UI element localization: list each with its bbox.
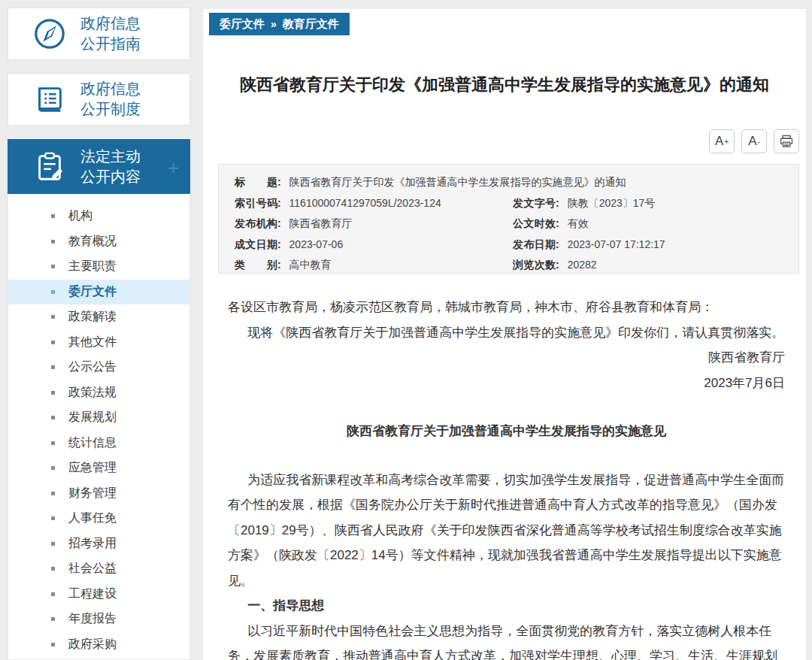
square-bullet-icon [51, 341, 55, 344]
sidebar-menu-item[interactable]: 主要职责 [8, 254, 189, 280]
meta-title-row: 标题: 陕西省教育厅关于印发《加强普通高中学生发展指导的实施意见》的通知 [219, 172, 798, 193]
square-bullet-icon [51, 592, 55, 596]
square-bullet-icon [51, 516, 55, 520]
square-bullet-icon [51, 391, 55, 395]
sidebar-block-label-line1: 法定主动 [80, 148, 141, 165]
expand-plus-icon: + [168, 156, 179, 180]
sidebar-menu-item[interactable]: 其他文件 [8, 330, 189, 356]
sidebar-menu-item-label: 主要职责 [68, 259, 117, 274]
meta-field-category: 类别: 高中教育 [219, 255, 497, 276]
meta-value-title: 陕西省教育厅关于印发《加强普通高中学生发展指导的实施意见》的通知 [289, 176, 626, 188]
salutation-paragraph: 各设区市教育局，杨凌示范区教育局，韩城市教育局，神木市、府谷县教育和体育局： [228, 295, 785, 320]
sidebar-menu-item-label: 发展规划 [68, 410, 117, 425]
section-1-heading: 一、指导思想 [228, 593, 785, 619]
document-metadata-box: 标题: 陕西省教育厅关于印发《加强普通高中学生发展指导的实施意见》的通知 索引号… [218, 164, 799, 274]
breadcrumb-separator: » [271, 18, 277, 30]
square-bullet-icon [51, 617, 55, 621]
sidebar-menu-item-label: 政策法规 [68, 385, 117, 401]
sidebar-block-label-line2: 公开内容 [80, 168, 141, 185]
sidebar-menu-item-label: 政策解读 [68, 309, 117, 325]
main-content-panel: 委厅文件 » 教育厅文件 陕西省教育厅关于印发《加强普通高中学生发展指导的实施意… [203, 9, 806, 660]
sidebar-block-gov-info-system[interactable]: 政府信息 公开制度 [8, 73, 190, 126]
sidebar-block-label-line2: 公开制度 [80, 101, 141, 117]
meta-field-written-date: 成文日期: 2023-07-06 [219, 235, 497, 256]
sidebar-block-label-line1: 政府信息 [80, 80, 141, 97]
sidebar-block-statutory-disclosure[interactable]: 法定主动 公开内容 + [8, 139, 190, 194]
compass-icon [32, 17, 67, 51]
sidebar-block-label-line1: 政府信息 [80, 15, 141, 32]
square-bullet-icon [51, 315, 55, 319]
meta-field-validity: 公文时效: 有效 [497, 213, 798, 235]
sidebar-menu-item[interactable]: 应急管理 [8, 456, 189, 481]
sidebar-menu-item[interactable]: 工程建设 [8, 582, 189, 607]
breadcrumb: 委厅文件 » 教育厅文件 [209, 13, 350, 35]
clipboard-pencil-icon [32, 150, 67, 184]
print-button[interactable] [774, 129, 799, 153]
page-title: 陕西省教育厅关于印发《加强普通高中学生发展指导的实施意见》的通知 [203, 74, 806, 96]
sidebar-menu-item-label: 委厅文件 [68, 284, 117, 300]
sidebar-menu-item[interactable]: 年度报告 [8, 607, 189, 632]
sidebar-menu-item[interactable]: 教育概况 [8, 229, 189, 255]
square-bullet-icon [51, 492, 55, 495]
sidebar-menu-item-label: 工程建设 [68, 586, 117, 602]
sidebar-menu-item[interactable]: 机构 [8, 204, 189, 229]
breadcrumb-section-link[interactable]: 委厅文件 [220, 17, 265, 32]
square-bullet-icon [51, 365, 55, 369]
sidebar-menu-item-active[interactable]: 委厅文件 [8, 280, 189, 305]
meta-field-publish-date: 发布日期: 2023-07-07 17:12:17 [497, 235, 798, 256]
meta-field-document-number: 发文字号: 陕教〔2023〕17号 [497, 193, 798, 214]
sign-date: 2023年7月6日 [228, 371, 785, 396]
square-bullet-icon [51, 240, 55, 244]
square-bullet-icon [51, 441, 55, 445]
sidebar-menu-item[interactable]: 政策解读 [8, 304, 189, 330]
square-bullet-icon [51, 265, 55, 268]
body-paragraph-1: 为适应我省新课程改革和高考综合改革需要，切实加强学生发展指导，促进普通高中学生全… [228, 468, 785, 594]
sidebar-block-gov-info-guide[interactable]: 政府信息 公开指南 [8, 8, 190, 60]
book-icon [32, 82, 67, 117]
sidebar-menu: 机构 教育概况 主要职责 委厅文件 政策解读 其他文件 公示公告 政策法规 发展… [8, 194, 190, 660]
sidebar-menu-item-label: 其他文件 [68, 335, 117, 350]
font-decrease-button[interactable]: A- [741, 129, 767, 153]
printer-icon [779, 134, 794, 149]
square-bullet-icon [51, 416, 55, 419]
breadcrumb-current-link[interactable]: 教育厅文件 [283, 17, 339, 32]
sidebar-menu-item-label: 应急管理 [68, 460, 117, 476]
signer: 陕西省教育厅 [228, 345, 785, 371]
meta-field-publisher: 发布机构: 陕西省教育厅 [219, 213, 497, 235]
sidebar-menu-item[interactable]: 政策法规 [8, 380, 189, 406]
square-bullet-icon [51, 214, 55, 218]
sidebar-menu-item-label: 人事任免 [68, 510, 117, 526]
sidebar-menu-item-label: 政府采购 [68, 637, 117, 652]
sidebar-menu-item-label: 招考录用 [68, 536, 117, 552]
sidebar-menu-item-label: 机构 [68, 208, 92, 224]
article-body: 各设区市教育局，杨凌示范区教育局，韩城市教育局，神木市、府谷县教育和体育局： 现… [228, 295, 785, 660]
square-bullet-icon [51, 542, 55, 546]
sidebar-menu-item[interactable]: 财务管理 [8, 481, 189, 507]
square-bullet-icon [51, 466, 55, 470]
meta-label: 标题 [235, 172, 277, 193]
sidebar-menu-item-label: 统计信息 [68, 435, 117, 451]
meta-field-view-count: 浏览次数: 20282 [497, 255, 798, 276]
sidebar-menu-item[interactable]: 公示公告 [8, 355, 189, 380]
sidebar-menu-item[interactable]: 社会公益 [8, 556, 189, 582]
sidebar-menu-item[interactable]: 招考录用 [8, 531, 189, 557]
sidebar-menu-item-label: 年度报告 [68, 611, 117, 627]
sidebar-menu-item-label: 财务管理 [68, 486, 117, 501]
intro-paragraph: 现将《陕西省教育厅关于加强普通高中学生发展指导的实施意见》印发你们，请认真贯彻落… [228, 320, 785, 346]
sidebar-menu-item-label: 公示公告 [68, 359, 117, 375]
square-bullet-icon [51, 290, 55, 294]
section-1-text: 以习近平新时代中国特色社会主义思想为指导，全面贯彻党的教育方针，落实立德树人根本… [228, 619, 785, 660]
document-subtitle: 陕西省教育厅关于加强普通高中学生发展指导的实施意见 [228, 419, 785, 444]
sidebar-menu-item[interactable]: 统计信息 [8, 431, 189, 456]
sidebar-menu-item[interactable]: 发展规划 [8, 405, 189, 431]
square-bullet-icon [51, 567, 55, 571]
sidebar-menu-item-label: 教育概况 [68, 234, 117, 250]
font-toolbar: A+ A- [709, 129, 799, 153]
sidebar-block-label-line2: 公开指南 [80, 35, 141, 52]
sidebar-menu-item[interactable]: 人事任免 [8, 506, 189, 531]
square-bullet-icon [51, 643, 55, 646]
meta-field-index-number: 索引号码: 11610000741297059L/2023-124 [219, 193, 497, 214]
sidebar-menu-item[interactable]: 政府采购 [8, 632, 189, 658]
sidebar-menu-item-label: 社会公益 [68, 561, 117, 577]
font-increase-button[interactable]: A+ [709, 129, 735, 153]
